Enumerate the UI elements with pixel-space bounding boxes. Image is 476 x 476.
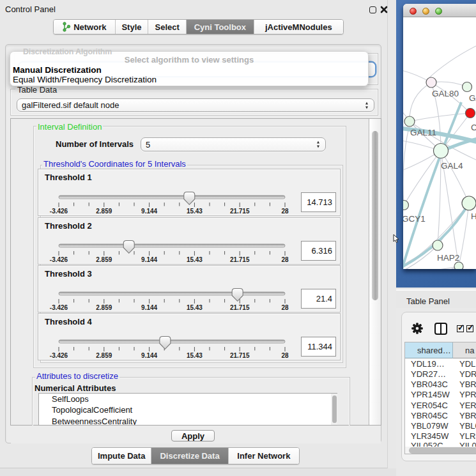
svg-text:GAL4: GAL4 bbox=[441, 161, 463, 171]
svg-text:GAL7: GAL7 bbox=[469, 93, 476, 103]
svg-text:-3.426: -3.426 bbox=[50, 256, 68, 263]
svg-text:21.715: 21.715 bbox=[230, 256, 250, 263]
svg-text:2.859: 2.859 bbox=[96, 352, 112, 359]
svg-text:GAL11: GAL11 bbox=[410, 128, 436, 137]
svg-text:21.715: 21.715 bbox=[230, 208, 250, 215]
svg-text:HAP2: HAP2 bbox=[437, 253, 459, 263]
svg-text:9.144: 9.144 bbox=[141, 304, 157, 311]
svg-text:2.859: 2.859 bbox=[96, 208, 112, 215]
svg-text:28: 28 bbox=[281, 256, 289, 263]
svg-text:C: C bbox=[471, 123, 476, 132]
svg-text:15.43: 15.43 bbox=[187, 256, 203, 263]
svg-text:GAL80: GAL80 bbox=[432, 89, 459, 98]
svg-text:15.43: 15.43 bbox=[187, 352, 203, 359]
svg-text:9.144: 9.144 bbox=[141, 256, 157, 263]
svg-text:28: 28 bbox=[281, 208, 289, 215]
svg-text:2.859: 2.859 bbox=[96, 256, 112, 263]
svg-text:21.715: 21.715 bbox=[230, 304, 250, 311]
svg-text:-3.426: -3.426 bbox=[50, 208, 68, 215]
svg-text:15.43: 15.43 bbox=[187, 304, 203, 311]
svg-text:15.43: 15.43 bbox=[187, 208, 203, 215]
svg-text:28: 28 bbox=[281, 352, 289, 359]
svg-text:21.715: 21.715 bbox=[230, 352, 250, 359]
svg-text:HI: HI bbox=[471, 211, 476, 221]
svg-text:9.144: 9.144 bbox=[141, 352, 157, 359]
svg-text:-3.426: -3.426 bbox=[50, 352, 68, 359]
svg-text:GCY1: GCY1 bbox=[403, 214, 426, 224]
svg-text:9.144: 9.144 bbox=[141, 208, 157, 215]
svg-text:-3.426: -3.426 bbox=[50, 304, 68, 311]
svg-text:28: 28 bbox=[281, 304, 289, 311]
svg-text:2.859: 2.859 bbox=[96, 304, 112, 311]
